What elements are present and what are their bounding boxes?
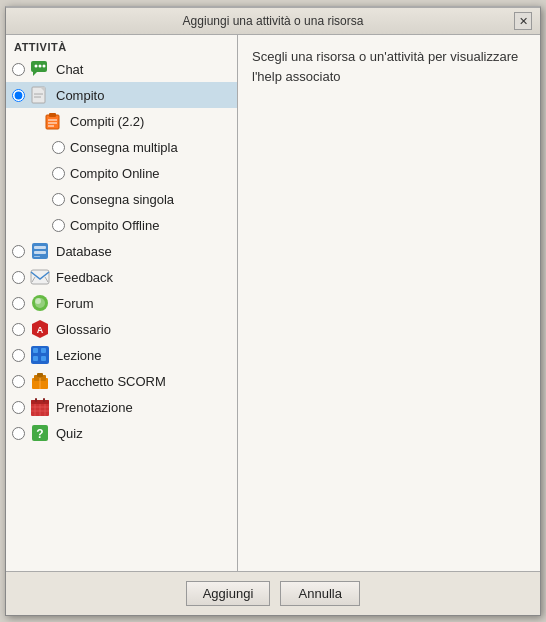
compito-icon: [30, 85, 50, 105]
svg-rect-38: [43, 398, 45, 402]
pacchetto-scorm-label: Pacchetto SCORM: [56, 374, 166, 389]
svg-rect-16: [34, 251, 46, 254]
svg-point-23: [35, 298, 41, 304]
radio-prenotazione[interactable]: [12, 401, 25, 414]
forum-icon: [30, 293, 50, 313]
svg-rect-28: [41, 348, 46, 353]
close-button[interactable]: ✕: [514, 12, 532, 30]
radio-forum[interactable]: [12, 297, 25, 310]
list-item[interactable]: Chat: [6, 56, 237, 82]
svg-point-4: [43, 65, 46, 68]
radio-compito-online[interactable]: [52, 167, 65, 180]
right-panel: Scegli una risorsa o un'attività per vis…: [238, 35, 540, 571]
forum-label: Forum: [56, 296, 94, 311]
content-area: ATTIVITÀ Chat: [6, 35, 540, 571]
prenotazione-label: Prenotazione: [56, 400, 133, 415]
database-label: Database: [56, 244, 112, 259]
glossario-label: Glossario: [56, 322, 111, 337]
compiti22-label: Compiti (2.2): [70, 114, 144, 129]
pacchetto-scorm-icon: [30, 371, 50, 391]
list-item[interactable]: Consegna multipla: [6, 134, 237, 160]
svg-rect-18: [31, 270, 49, 284]
radio-glossario[interactable]: [12, 323, 25, 336]
consegna-singola-label: Consegna singola: [70, 192, 174, 207]
lezione-icon: [30, 345, 50, 365]
radio-compito[interactable]: [12, 89, 25, 102]
radio-consegna-multipla[interactable]: [52, 141, 65, 154]
cancel-button[interactable]: Annulla: [280, 581, 360, 606]
quiz-icon: ?: [30, 423, 50, 443]
list-item[interactable]: Pacchetto SCORM: [6, 368, 237, 394]
list-item[interactable]: Consegna singola: [6, 186, 237, 212]
title-bar: Aggiungi una attività o una risorsa ✕: [6, 8, 540, 35]
add-button[interactable]: Aggiungi: [186, 581, 271, 606]
radio-pacchetto-scorm[interactable]: [12, 375, 25, 388]
svg-rect-36: [31, 400, 49, 404]
svg-rect-15: [34, 246, 46, 249]
svg-text:A: A: [37, 325, 44, 335]
radio-consegna-singola[interactable]: [52, 193, 65, 206]
svg-rect-29: [33, 356, 38, 361]
dialog: Aggiungi una attività o una risorsa ✕ AT…: [5, 6, 541, 616]
svg-rect-33: [37, 373, 43, 377]
svg-text:?: ?: [36, 427, 43, 441]
list-item[interactable]: Database: [6, 238, 237, 264]
help-text-line1: Scegli una risorsa o un'attività per vis…: [252, 47, 526, 67]
list-item[interactable]: Lezione: [6, 342, 237, 368]
consegna-multipla-label: Consegna multipla: [70, 140, 178, 155]
compito-online-label: Compito Online: [70, 166, 160, 181]
svg-point-2: [35, 65, 38, 68]
list-item[interactable]: Compito: [6, 82, 237, 108]
feedback-label: Feedback: [56, 270, 113, 285]
svg-rect-37: [35, 398, 37, 402]
prenotazione-icon: [30, 397, 50, 417]
help-text-line2: l'help associato: [252, 67, 526, 87]
radio-quiz[interactable]: [12, 427, 25, 440]
radio-database[interactable]: [12, 245, 25, 258]
compito-label: Compito: [56, 88, 104, 103]
svg-rect-27: [33, 348, 38, 353]
list-item[interactable]: Compiti (2.2): [6, 108, 237, 134]
list-item[interactable]: A Glossario: [6, 316, 237, 342]
chat-label: Chat: [56, 62, 83, 77]
radio-compito-offline[interactable]: [52, 219, 65, 232]
lezione-label: Lezione: [56, 348, 102, 363]
svg-rect-30: [41, 356, 46, 361]
list-item[interactable]: Forum: [6, 290, 237, 316]
list-item[interactable]: Compito Offline: [6, 212, 237, 238]
radio-feedback[interactable]: [12, 271, 25, 284]
svg-point-3: [39, 65, 42, 68]
list-item[interactable]: Compito Online: [6, 160, 237, 186]
chat-icon: [30, 59, 50, 79]
dialog-title: Aggiungi una attività o una risorsa: [32, 14, 514, 28]
database-icon: [30, 241, 50, 261]
list-item[interactable]: Feedback: [6, 264, 237, 290]
compito-offline-label: Compito Offline: [70, 218, 159, 233]
list-item[interactable]: Prenotazione: [6, 394, 237, 420]
footer: Aggiungi Annulla: [6, 571, 540, 615]
compiti22-icon: [44, 111, 64, 131]
feedback-icon: [30, 267, 50, 287]
activity-list[interactable]: Chat Compito: [6, 56, 237, 571]
list-item[interactable]: ? Quiz: [6, 420, 237, 446]
radio-lezione[interactable]: [12, 349, 25, 362]
section-label: ATTIVITÀ: [6, 35, 237, 56]
left-panel: ATTIVITÀ Chat: [6, 35, 238, 571]
radio-chat[interactable]: [12, 63, 25, 76]
svg-marker-1: [33, 72, 37, 76]
svg-rect-17: [34, 256, 40, 257]
svg-rect-9: [46, 115, 59, 129]
svg-rect-10: [49, 113, 56, 117]
glossario-icon: A: [30, 319, 50, 339]
quiz-label: Quiz: [56, 426, 83, 441]
